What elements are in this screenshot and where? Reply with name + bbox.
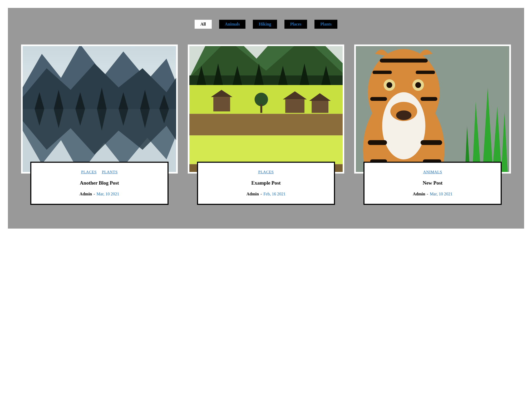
svg-rect-64	[370, 97, 387, 101]
svg-point-60	[415, 82, 421, 88]
card-info: PLACES Example Post Admin - Feb, 16 2021	[197, 162, 335, 205]
filter-tab-plants[interactable]: Plants	[314, 20, 337, 29]
card-separator: -	[93, 192, 95, 196]
card: ANIMALS New Post Admin - Mar, 10 2021	[354, 45, 511, 205]
card-image-frame	[354, 45, 511, 174]
card-author: Admin	[247, 192, 259, 196]
svg-rect-37	[213, 97, 230, 111]
svg-rect-63	[416, 71, 435, 74]
card-tag-link[interactable]: PLACES	[258, 170, 274, 174]
card-tags: PLACES PLANTS	[37, 170, 162, 174]
svg-point-43	[254, 93, 268, 106]
card-info: PLACES PLANTS Another Blog Post Admin - …	[30, 162, 169, 205]
svg-rect-34	[189, 135, 343, 164]
filter-tab-hiking[interactable]: Hiking	[253, 20, 277, 29]
card-image-mountains[interactable]	[23, 46, 176, 172]
svg-rect-33	[189, 114, 343, 135]
svg-rect-66	[368, 140, 387, 145]
card-image-frame	[21, 45, 178, 174]
card-title[interactable]: Example Post	[203, 180, 329, 186]
card-separator: -	[427, 192, 428, 196]
card-author: Admin	[80, 192, 92, 196]
card-title[interactable]: New Post	[370, 180, 495, 186]
svg-rect-65	[421, 97, 437, 101]
filter-tab-animals[interactable]: Animals	[219, 20, 246, 29]
card-image-tiger[interactable]	[356, 46, 509, 172]
card-meta: Admin - Mar, 10 2021	[370, 192, 495, 196]
svg-point-58	[387, 82, 392, 88]
svg-rect-24	[189, 76, 343, 85]
svg-rect-44	[260, 104, 262, 113]
card: PLACES PLANTS Another Blog Post Admin - …	[21, 45, 178, 205]
card-tags: ANIMALS	[370, 170, 495, 174]
cards-grid: PLACES PLANTS Another Blog Post Admin - …	[21, 45, 511, 205]
card-title[interactable]: Another Blog Post	[37, 180, 162, 186]
card-meta: Admin - Feb, 16 2021	[203, 192, 329, 196]
svg-rect-62	[373, 71, 392, 74]
card-date: Mar, 10 2021	[430, 192, 452, 196]
svg-rect-61	[380, 59, 428, 63]
svg-point-56	[396, 110, 411, 120]
card-tag-link[interactable]: PLANTS	[102, 170, 118, 174]
page-container: All Animals Hiking Places Plants	[8, 8, 524, 229]
card-meta: Admin - Mar, 10 2021	[37, 192, 162, 196]
card: PLACES Example Post Admin - Feb, 16 2021	[188, 45, 344, 205]
card-tag-link[interactable]: ANIMALS	[423, 170, 442, 174]
card-date: Mar, 10 2021	[97, 192, 119, 196]
svg-rect-67	[421, 140, 442, 145]
card-info: ANIMALS New Post Admin - Mar, 10 2021	[363, 162, 502, 205]
card-image-frame	[188, 45, 344, 174]
filter-tab-all[interactable]: All	[195, 20, 211, 29]
filter-tab-places[interactable]: Places	[284, 20, 307, 29]
card-separator: -	[260, 192, 262, 196]
card-author: Admin	[413, 192, 425, 196]
card-date: Feb, 16 2021	[263, 192, 285, 196]
card-image-fields[interactable]	[189, 46, 343, 172]
card-tags: PLACES	[203, 170, 329, 174]
card-tag-link[interactable]: PLACES	[81, 170, 97, 174]
svg-rect-41	[312, 101, 328, 113]
svg-rect-39	[285, 100, 304, 113]
filter-tabs: All Animals Hiking Places Plants	[21, 20, 511, 29]
